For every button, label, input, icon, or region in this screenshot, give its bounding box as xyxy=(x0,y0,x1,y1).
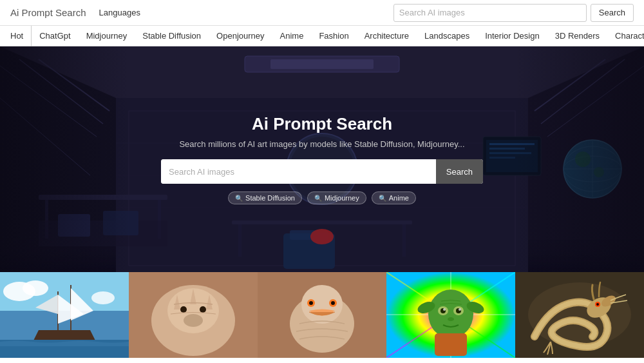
grid-item-yoda[interactable] xyxy=(386,272,515,358)
svg-rect-53 xyxy=(515,46,644,272)
tag-label: Midjourney xyxy=(325,194,359,202)
nav-item-chatgpt[interactable]: ChatGpt xyxy=(32,26,78,46)
nav-bar: Hot ChatGpt Midjourney Stable Diffusion … xyxy=(0,26,644,46)
hero-search-bar: Search xyxy=(161,159,483,184)
nav-item-hot[interactable]: Hot xyxy=(10,26,32,46)
svg-point-107 xyxy=(596,303,599,306)
grid-item-ship[interactable] xyxy=(0,272,129,358)
nav-item-midjourney[interactable]: Midjourney xyxy=(79,26,135,46)
nav-item-architecture[interactable]: Architecture xyxy=(357,26,417,46)
hero-section: Ai Prompt Search Search millions of AI a… xyxy=(0,46,644,272)
tag-label: Anime xyxy=(389,194,409,202)
svg-point-74 xyxy=(184,314,203,327)
logo-text: Ai Prompt Search xyxy=(10,7,86,18)
hero-tag-stable-diffusion[interactable]: 🔍 Stable Diffusion xyxy=(228,191,302,204)
nav-item-openjourney[interactable]: Openjourney xyxy=(209,26,272,46)
svg-point-72 xyxy=(180,306,187,313)
languages-menu[interactable]: Languages xyxy=(99,8,140,17)
svg-rect-101 xyxy=(435,333,467,356)
svg-point-58 xyxy=(91,291,115,304)
svg-point-57 xyxy=(23,280,48,296)
hero-tag-midjourney[interactable]: 🔍 Midjourney xyxy=(307,191,366,204)
svg-point-98 xyxy=(443,308,446,311)
image-grid xyxy=(0,272,644,358)
search-icon: 🔍 xyxy=(235,195,243,202)
header-search-input[interactable] xyxy=(393,4,587,22)
hero-title: Ai Prompt Search xyxy=(161,114,483,134)
svg-point-81 xyxy=(331,301,335,305)
nav-item-fashion[interactable]: Fashion xyxy=(311,26,356,46)
svg-point-80 xyxy=(309,301,313,305)
nav-item-interior-design[interactable]: Interior Design xyxy=(477,26,547,46)
search-icon: 🔍 xyxy=(379,195,386,202)
grid-item-creature2[interactable] xyxy=(258,272,386,358)
svg-rect-52 xyxy=(0,46,129,272)
header-search-button[interactable]: Search xyxy=(591,4,634,22)
grid-item-creature1[interactable] xyxy=(129,272,258,358)
search-icon: 🔍 xyxy=(314,195,322,202)
nav-item-character-design[interactable]: Character Design xyxy=(607,26,644,46)
hero-search-button[interactable]: Search xyxy=(436,159,483,184)
svg-point-99 xyxy=(459,308,461,311)
hero-tag-anime[interactable]: 🔍 Anime xyxy=(372,191,416,204)
nav-item-3d-renders[interactable]: 3D Renders xyxy=(547,26,607,46)
nav-item-stable-diffusion[interactable]: Stable Diffusion xyxy=(135,26,209,46)
tag-label: Stable Diffusion xyxy=(245,194,295,202)
svg-point-103 xyxy=(528,282,631,347)
hero-subtitle: Search millions of AI art images by mode… xyxy=(161,139,483,149)
nav-item-landscapes[interactable]: Landscapes xyxy=(417,26,477,46)
hero-content: Ai Prompt Search Search millions of AI a… xyxy=(161,114,483,204)
header-search: Search xyxy=(393,4,634,22)
hero-search-input[interactable] xyxy=(161,159,436,184)
header: Ai Prompt Search Languages Search xyxy=(0,0,644,26)
grid-item-dragon[interactable] xyxy=(515,272,644,358)
svg-point-91 xyxy=(428,289,473,338)
svg-point-73 xyxy=(200,306,206,313)
hero-tags: 🔍 Stable Diffusion 🔍 Midjourney 🔍 Anime xyxy=(161,191,483,204)
svg-point-100 xyxy=(448,317,454,321)
logo: Ai Prompt Search xyxy=(10,7,86,18)
nav-item-anime[interactable]: Anime xyxy=(272,26,312,46)
